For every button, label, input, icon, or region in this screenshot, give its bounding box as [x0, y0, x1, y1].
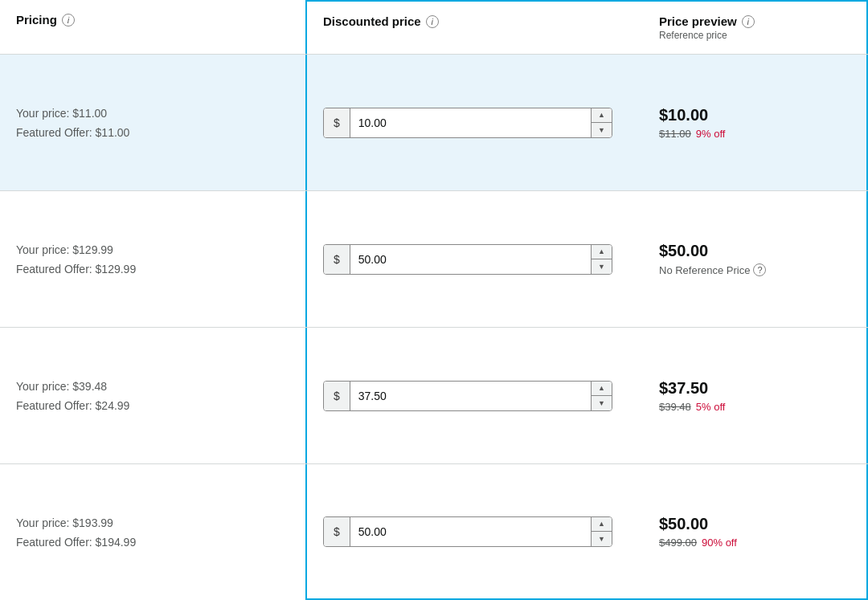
spinner-up[interactable]: ▲ [592, 382, 612, 397]
preview-header-title: Price preview i [659, 14, 850, 28]
no-ref-question-icon[interactable]: ? [753, 263, 766, 276]
spinner-down[interactable]: ▼ [592, 123, 612, 137]
discounted-cell: $ ▲ ▼ [305, 55, 643, 190]
preview-reference: $499.00 90% off [659, 537, 850, 549]
spinner-down[interactable]: ▼ [592, 259, 612, 274]
your-price-label: Your price: $11.00 [16, 107, 289, 120]
table-header: Pricing i Discounted price i Price previ… [0, 0, 868, 55]
table-row: Your price: $11.00 Featured Offer: $11.0… [0, 55, 868, 191]
pricing-cell: Your price: $39.48 Featured Offer: $24.9… [0, 328, 305, 463]
discounted-price-input[interactable] [350, 519, 591, 545]
discounted-cell: $ ▲ ▼ [305, 191, 643, 327]
preview-cell: $50.00 $499.00 90% off [643, 464, 868, 600]
preview-reference: $11.00 9% off [659, 128, 850, 140]
discounted-cell: $ ▲ ▼ [305, 464, 643, 600]
your-price-label: Your price: $193.99 [16, 516, 289, 529]
preview-cell: $10.00 $11.00 9% off [643, 55, 868, 190]
discounted-label: Discounted price [323, 14, 421, 28]
featured-offer-label: Featured Offer: $129.99 [16, 263, 289, 276]
preview-price-value: $10.00 [659, 106, 850, 124]
no-reference-price: No Reference Price? [659, 263, 850, 276]
price-input-wrapper: $ ▲ ▼ [323, 244, 612, 275]
discounted-price-input[interactable] [350, 110, 591, 136]
featured-offer-label: Featured Offer: $194.99 [16, 536, 289, 549]
preview-reference: $39.48 5% off [659, 401, 850, 413]
pricing-cell: Your price: $193.99 Featured Offer: $194… [0, 464, 305, 600]
preview-price-value: $50.00 [659, 515, 850, 533]
table-row: Your price: $129.99 Featured Offer: $129… [0, 191, 868, 328]
price-spinner: ▲ ▼ [591, 517, 612, 546]
pricing-cell: Your price: $129.99 Featured Offer: $129… [0, 191, 305, 327]
price-input-wrapper: $ ▲ ▼ [323, 516, 612, 547]
preview-price-value: $50.00 [659, 242, 850, 260]
your-price-label: Your price: $39.48 [16, 380, 289, 393]
original-price: $11.00 [659, 128, 691, 140]
currency-symbol: $ [324, 108, 350, 137]
price-input-wrapper: $ ▲ ▼ [323, 108, 612, 138]
currency-symbol: $ [324, 517, 350, 546]
preview-cell: $37.50 $39.48 5% off [643, 328, 868, 463]
discounted-price-input[interactable] [350, 247, 591, 272]
preview-price-value: $37.50 [659, 379, 850, 398]
discounted-price-input[interactable] [350, 383, 591, 409]
discounted-header-title: Discounted price i [323, 14, 627, 28]
featured-offer-label: Featured Offer: $24.99 [16, 399, 289, 412]
discount-percent: 9% off [696, 128, 726, 140]
pricing-header-title: Pricing i [16, 13, 289, 27]
table-row: Your price: $39.48 Featured Offer: $24.9… [0, 328, 868, 464]
your-price-label: Your price: $129.99 [16, 243, 289, 256]
spinner-down[interactable]: ▼ [592, 532, 612, 546]
original-price: $499.00 [659, 537, 697, 549]
pricing-cell: Your price: $11.00 Featured Offer: $11.0… [0, 55, 305, 190]
price-spinner: ▲ ▼ [591, 382, 612, 410]
spinner-up[interactable]: ▲ [592, 108, 612, 124]
spinner-down[interactable]: ▼ [592, 396, 612, 410]
price-spinner: ▲ ▼ [591, 245, 612, 274]
preview-info-icon[interactable]: i [742, 15, 755, 28]
pricing-info-icon[interactable]: i [62, 14, 75, 27]
preview-header-cell: Price preview i Reference price [643, 0, 868, 54]
featured-offer-label: Featured Offer: $11.00 [16, 126, 289, 139]
pricing-label: Pricing [16, 13, 57, 27]
original-price: $39.48 [659, 401, 691, 413]
discount-percent: 90% off [702, 537, 737, 549]
preview-label: Price preview [659, 14, 737, 28]
currency-symbol: $ [324, 245, 350, 274]
price-input-wrapper: $ ▲ ▼ [323, 381, 612, 411]
discounted-header-cell: Discounted price i [305, 0, 643, 54]
discounted-info-icon[interactable]: i [426, 15, 439, 28]
pricing-header-cell: Pricing i [0, 0, 305, 54]
reference-label: Reference price [659, 30, 850, 41]
rows-container: Your price: $11.00 Featured Offer: $11.0… [0, 55, 868, 600]
pricing-table: Pricing i Discounted price i Price previ… [0, 0, 868, 600]
preview-cell: $50.00 No Reference Price? [643, 191, 868, 327]
currency-symbol: $ [324, 382, 350, 410]
spinner-up[interactable]: ▲ [592, 517, 612, 533]
discounted-cell: $ ▲ ▼ [305, 328, 643, 463]
discount-percent: 5% off [696, 401, 726, 413]
table-row: Your price: $193.99 Featured Offer: $194… [0, 464, 868, 600]
price-spinner: ▲ ▼ [591, 108, 612, 137]
spinner-up[interactable]: ▲ [592, 245, 612, 260]
